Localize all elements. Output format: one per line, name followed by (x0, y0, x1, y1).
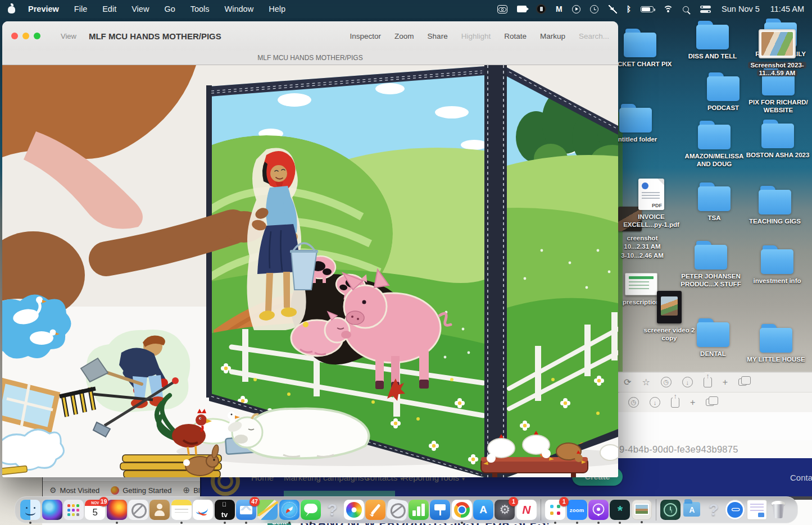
dock-missing-app[interactable]: ? (322, 500, 342, 520)
history-icon[interactable]: ◷ (628, 397, 639, 408)
dock-photos[interactable] (344, 500, 364, 520)
dock-siri[interactable] (42, 500, 62, 520)
share-button[interactable]: Share (428, 32, 448, 40)
menu-time[interactable]: 11:45 AM (770, 4, 804, 13)
dock-apple-tv[interactable]: tv (215, 500, 235, 520)
nav-contact[interactable]: Contact (790, 473, 812, 482)
bookmark-star-icon[interactable]: ☆ (642, 378, 650, 387)
dock-messages[interactable] (301, 500, 321, 520)
dock-blocked-app[interactable] (128, 500, 148, 520)
desktop-icon-dental[interactable]: DENTAL (680, 322, 746, 358)
creative-cloud-icon[interactable] (497, 4, 507, 14)
dock-notes[interactable] (171, 500, 192, 520)
spotlight-icon[interactable] (683, 4, 691, 14)
bookmark-blackboard[interactable]: ⊕Blackboard (183, 485, 200, 495)
rotate-button[interactable]: Rotate (504, 32, 527, 40)
menu-edit[interactable]: Edit (102, 4, 116, 13)
close-button[interactable] (11, 33, 18, 39)
dock-slack[interactable]: 1 (545, 500, 565, 520)
screen-record-icon[interactable] (517, 4, 527, 14)
downloads-icon[interactable]: ↓ (682, 377, 693, 387)
minimize-button[interactable] (22, 33, 29, 39)
control-center-icon[interactable] (700, 4, 711, 14)
dock-pages[interactable] (365, 500, 385, 520)
menu-go[interactable]: Go (164, 4, 175, 13)
dock-photo-window[interactable] (632, 500, 652, 520)
inspector-button[interactable]: Inspector (350, 32, 382, 40)
dock-firefox[interactable] (107, 500, 127, 520)
downloads-icon[interactable]: ↓ (650, 397, 660, 408)
dock-podcasts[interactable] (588, 500, 609, 520)
desktop-icon-tsa[interactable]: TSA (681, 186, 747, 222)
menu-tools[interactable]: Tools (190, 4, 210, 13)
desktop-icon-diss-and-tell[interactable]: DISS AND TELL (679, 25, 746, 60)
share-icon[interactable] (671, 398, 679, 408)
bookmark-most-visited[interactable]: ⚙Most Visited (49, 486, 99, 495)
dock-blocked-app-2[interactable] (385, 499, 409, 522)
dock-applications-folder[interactable]: A (682, 500, 702, 520)
tab-overview-icon[interactable] (738, 378, 747, 386)
new-tab-icon[interactable]: + (690, 398, 695, 407)
time-machine-icon[interactable] (590, 4, 598, 14)
apple-menu-icon[interactable] (8, 4, 16, 13)
dock-news[interactable]: N (516, 500, 537, 520)
dock-numbers[interactable] (409, 500, 429, 520)
dock-sync-app[interactable] (725, 500, 745, 520)
menu-file[interactable]: File (74, 4, 87, 13)
bluetooth-icon[interactable]: ᛒ (627, 4, 631, 14)
desktop-icon-investment-info[interactable]: investment info (744, 249, 810, 285)
search-field[interactable]: Search... (579, 32, 609, 40)
wifi-icon[interactable] (663, 4, 673, 14)
desktop-icon-my-little-house[interactable]: MY LITTLE HOUSE (743, 328, 809, 363)
desktop-icon-invoice-pdf[interactable]: PDF INVOICE EXCELL...py-1.pdf (618, 179, 684, 229)
url-bar[interactable]: 9-4b4b-90d0-fe3e943b9875 (616, 440, 812, 459)
zoom-tool-button[interactable]: Zoom (394, 32, 414, 40)
dock-pinwheel-app[interactable]: * (610, 500, 630, 520)
status-dot-icon[interactable] (536, 4, 546, 14)
felt-cloud-outline[interactable] (2, 430, 63, 470)
dock-zoom[interactable]: zoom (567, 500, 587, 520)
dock-trash[interactable] (768, 500, 788, 520)
desktop-icon-boston-asha-2023[interactable]: BOSTON ASHA 2023 (745, 124, 811, 159)
preview-titlebar[interactable]: View MLF MCU HANDS MOTHER/PIGS Inspector… (2, 21, 618, 51)
dock-missing-app-2[interactable]: ? (704, 500, 724, 520)
markup-button[interactable]: Markup (540, 32, 565, 40)
battery-icon[interactable] (641, 4, 654, 14)
menu-app-name[interactable]: Preview (28, 4, 59, 13)
dock-mail[interactable]: 47 (236, 500, 256, 520)
dock-time-machine[interactable] (660, 500, 681, 520)
dock-calendar[interactable]: NOV 5 19 (85, 500, 105, 520)
dock-launchpad[interactable] (63, 500, 84, 520)
dock-maps[interactable] (257, 500, 278, 520)
desktop-icon-peter-johansen[interactable]: PETER JOHANSEN PRODUC...X STUFF (678, 245, 744, 289)
dock-contacts[interactable] (149, 500, 170, 520)
desktop-icon-screenshot-1[interactable]: Screenshot 2023-11...4.59 AM (744, 29, 810, 77)
menu-window[interactable]: Window (225, 4, 254, 13)
bookmark-getting-started[interactable]: Getting Started (111, 486, 171, 495)
share-icon[interactable] (704, 377, 712, 387)
zoom-window-button[interactable] (34, 33, 40, 39)
mute-icon[interactable] (608, 4, 617, 14)
desktop-icon-amazon-melissa-doug[interactable]: AMAZON/MELISSA AND DOUG (681, 125, 747, 168)
view-button[interactable]: View (61, 32, 76, 40)
play-status-icon[interactable] (572, 4, 580, 14)
preview-window: View MLF MCU HANDS MOTHER/PIGS Inspector… (2, 21, 618, 477)
dock-finder[interactable] (20, 500, 40, 520)
tab-overview-icon[interactable] (706, 399, 714, 406)
reload-icon[interactable]: ⟳ (624, 378, 631, 387)
menu-date[interactable]: Sun Nov 5 (722, 4, 760, 13)
desktop-icon-teaching-gigs[interactable]: TEACHING GIGS (742, 190, 808, 225)
history-icon[interactable]: ◷ (661, 377, 672, 387)
desktop-icon-screenshot-stack-labels[interactable]: creenshot 10...2.31 AM 3-10...2.46 AM (609, 231, 675, 259)
dock-app-store[interactable]: A (473, 500, 493, 520)
menu-view[interactable]: View (131, 4, 149, 13)
menu-help[interactable]: Help (269, 4, 285, 13)
dock-chrome[interactable] (452, 500, 472, 520)
dock-minimized-document[interactable] (747, 500, 767, 520)
dock-freeform[interactable] (193, 500, 213, 520)
gmail-icon[interactable]: M (556, 4, 562, 14)
dock-keynote[interactable] (430, 500, 450, 520)
dock-safari[interactable] (279, 500, 300, 520)
new-tab-icon[interactable]: + (723, 378, 728, 387)
dock-system-settings[interactable]: ⚙1 (495, 500, 515, 520)
